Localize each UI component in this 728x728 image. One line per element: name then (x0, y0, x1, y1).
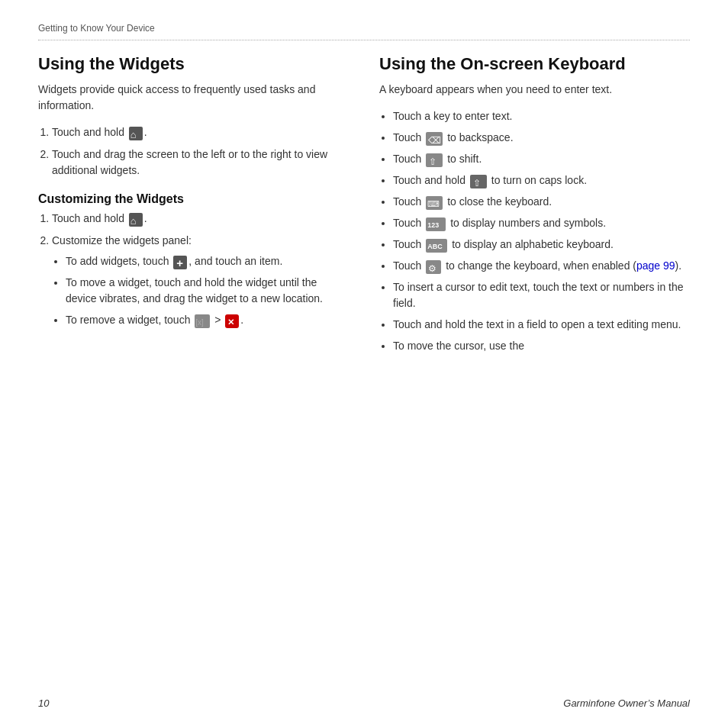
left-steps-list: Touch and hold . Touch and drag the scre… (52, 124, 349, 179)
page-number: 10 (38, 697, 49, 709)
gear-icon (426, 260, 441, 274)
bullet-touch-key: Touch a key to enter text. (393, 108, 690, 124)
sub-step2-text: Customize the widgets panel: (52, 234, 192, 246)
bullet-shift: Touch to shift. (393, 151, 690, 167)
page-link[interactable]: page 99 (636, 259, 675, 272)
bullet-alphabetic: Touch to display an alphabetic keyboard. (393, 237, 690, 253)
bullet-remove-widget: To remove a widget, touch > . (66, 312, 349, 328)
breadcrumb: Getting to Know Your Device (38, 23, 690, 40)
plus-icon (173, 256, 187, 269)
bullet-text-hold: Touch and hold the text in a field to op… (393, 317, 690, 333)
bullet-backspace: Touch to backspace. (393, 130, 690, 146)
bullet-numbers: Touch to display numbers and symbols. (393, 215, 690, 231)
home-icon-1 (129, 127, 143, 140)
home-icon-2 (129, 213, 143, 227)
page: Getting to Know Your Device Using the Wi… (0, 0, 728, 728)
step1-text: Touch and hold (52, 126, 127, 138)
columns: Using the Widgets Widgets provide quick … (38, 54, 690, 359)
right-column: Using the On-screen Keyboard A keyboard … (379, 54, 690, 359)
sub-bullets: To add widgets, touch , and touch an ite… (66, 253, 349, 328)
sub-step1-text: Touch and hold (52, 212, 127, 224)
abc-icon (426, 239, 447, 253)
x-red-icon (225, 314, 239, 328)
bullet-caps-lock: Touch and hold to turn on caps lock. (393, 172, 690, 188)
close-keyboard-icon (426, 196, 443, 210)
bullet-insert-cursor: To insert a cursor to edit text, touch t… (393, 279, 690, 311)
shift-on-icon (470, 175, 487, 188)
right-bullets: Touch a key to enter text. Touch to back… (393, 108, 690, 354)
footer: 10 Garminfone Owner’s Manual (38, 697, 690, 709)
right-intro: A keyboard appears when you need to ente… (379, 82, 690, 98)
left-intro: Widgets provide quick access to frequent… (38, 82, 349, 114)
sub-step-1: Touch and hold . (52, 211, 349, 227)
bullet-add-widget: To add widgets, touch , and touch an ite… (66, 253, 349, 269)
bullet-move-widget: To move a widget, touch and hold the wid… (66, 275, 349, 307)
brand-label: Garminfone Owner’s Manual (563, 697, 690, 709)
right-title: Using the On-screen Keyboard (379, 54, 690, 74)
left-title: Using the Widgets (38, 54, 349, 74)
left-step-1: Touch and hold . (52, 124, 349, 140)
backspace-icon (426, 132, 443, 146)
sub-steps-list: Touch and hold . Customize the widgets p… (52, 211, 349, 328)
left-column: Using the Widgets Widgets provide quick … (38, 54, 349, 359)
numbers-icon (426, 217, 446, 231)
step2-text: Touch and drag the screen to the left or… (52, 148, 327, 176)
sub-step-2: Customize the widgets panel: To add widg… (52, 233, 349, 328)
bullet-change-keyboard: Touch to change the keyboard, when enabl… (393, 258, 690, 274)
left-step-2: Touch and drag the screen to the left or… (52, 147, 349, 179)
shift-icon (426, 153, 443, 167)
bullet-close-keyboard: Touch to close the keyboard. (393, 194, 690, 210)
bullet-move-cursor: To move the cursor, use the (393, 338, 690, 354)
remove-bracket-icon (195, 314, 210, 328)
subsection-title: Customizing the Widgets (38, 192, 349, 206)
